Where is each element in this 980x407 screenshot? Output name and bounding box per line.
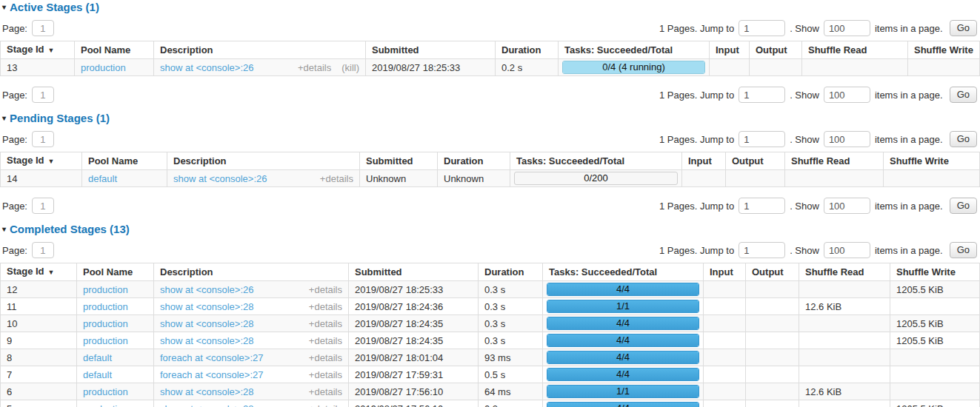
- items-per-page-input[interactable]: [824, 131, 870, 147]
- col-header-label: Submitted: [372, 44, 419, 56]
- col-header-shuffle-read[interactable]: Shuffle Read: [785, 152, 884, 170]
- pool-name-link[interactable]: production: [83, 284, 128, 295]
- col-header-stage-id[interactable]: Stage Id▼: [1, 41, 75, 59]
- shuffle-write-cell: [890, 383, 980, 400]
- col-header-stage-id[interactable]: Stage Id▼: [1, 263, 77, 281]
- go-button[interactable]: Go: [950, 242, 977, 258]
- jump-to-page-input[interactable]: [739, 198, 785, 214]
- table-header-row: Stage Id▼Pool NameDescriptionSubmittedDu…: [1, 41, 980, 59]
- col-header-label: Description: [160, 44, 213, 56]
- col-header-pool-name[interactable]: Pool Name: [77, 263, 154, 281]
- pool-name-link[interactable]: production: [83, 335, 128, 346]
- col-header-label: Duration: [484, 266, 524, 278]
- col-header-tasks-succeeded-total[interactable]: Tasks: Succeeded/Total: [559, 41, 710, 59]
- items-per-page-input[interactable]: [824, 87, 870, 103]
- tasks-cell: 4/4: [543, 315, 704, 332]
- items-per-page-input[interactable]: [824, 198, 870, 214]
- stage-description-link[interactable]: foreach at <console>:27: [160, 352, 264, 363]
- col-header-label: Tasks: Succeeded/Total: [564, 44, 673, 56]
- col-header-input[interactable]: Input: [682, 152, 726, 170]
- col-header-shuffle-read[interactable]: Shuffle Read: [799, 263, 890, 281]
- page-number-input[interactable]: [32, 198, 54, 214]
- output-cell: [726, 170, 785, 187]
- pool-name-link[interactable]: production: [83, 386, 128, 397]
- details-toggle[interactable]: +details: [309, 386, 342, 397]
- pool-name-link[interactable]: production: [83, 403, 128, 407]
- shuffle-write-cell: [890, 366, 980, 383]
- details-toggle[interactable]: +details: [309, 352, 342, 363]
- stage-description-link[interactable]: show at <console>:28: [160, 318, 253, 329]
- col-header-label: Input: [710, 266, 733, 278]
- stage-description-link[interactable]: show at <console>:26: [173, 173, 267, 184]
- jump-to-page-input[interactable]: [739, 131, 785, 147]
- col-header-shuffle-write[interactable]: Shuffle Write: [890, 263, 980, 281]
- details-toggle[interactable]: +details: [309, 335, 342, 346]
- col-header-pool-name[interactable]: Pool Name: [75, 41, 154, 59]
- stage-id-cell: 10: [1, 315, 77, 332]
- tasks-cell: 1/1: [543, 298, 704, 315]
- col-header-submitted[interactable]: Submitted: [360, 152, 438, 170]
- section-heading-completed-stages[interactable]: ▾ Completed Stages (13): [2, 223, 980, 235]
- col-header-description[interactable]: Description: [154, 263, 349, 281]
- jump-to-page-input[interactable]: [739, 87, 785, 103]
- col-header-output[interactable]: Output: [750, 41, 802, 59]
- col-header-description[interactable]: Description: [167, 152, 360, 170]
- col-header-description[interactable]: Description: [154, 41, 366, 59]
- output-cell: [746, 332, 799, 349]
- pool-name-link[interactable]: default: [88, 173, 117, 184]
- stage-description-link[interactable]: show at <console>:28: [160, 386, 253, 397]
- stage-description-link[interactable]: show at <console>:28: [160, 301, 253, 312]
- col-header-duration[interactable]: Duration: [479, 263, 543, 281]
- col-header-shuffle-write[interactable]: Shuffle Write: [908, 41, 980, 59]
- pool-name-link[interactable]: default: [83, 352, 112, 363]
- col-header-duration[interactable]: Duration: [438, 152, 510, 170]
- items-per-page-input[interactable]: [824, 20, 870, 36]
- jump-to-page-input[interactable]: [739, 20, 785, 36]
- section-heading-active-stages[interactable]: ▾ Active Stages (1): [2, 1, 980, 13]
- stage-description-link[interactable]: show at <console>:28: [160, 403, 253, 407]
- details-toggle[interactable]: +details: [320, 173, 353, 184]
- details-toggle[interactable]: +details: [309, 369, 342, 380]
- col-header-duration[interactable]: Duration: [496, 41, 559, 59]
- col-header-pool-name[interactable]: Pool Name: [82, 152, 167, 170]
- stage-description-link[interactable]: show at <console>:26: [160, 284, 253, 295]
- pool-name-link[interactable]: production: [83, 301, 128, 312]
- col-header-tasks-succeeded-total[interactable]: Tasks: Succeeded/Total: [510, 152, 682, 170]
- col-header-output[interactable]: Output: [726, 152, 785, 170]
- stage-description-link[interactable]: show at <console>:28: [160, 335, 253, 346]
- details-toggle[interactable]: +details: [309, 284, 342, 295]
- page-number-input[interactable]: [32, 131, 54, 147]
- details-toggle[interactable]: +details: [309, 318, 342, 329]
- pool-name-link[interactable]: production: [83, 318, 128, 329]
- col-header-submitted[interactable]: Submitted: [366, 41, 496, 59]
- page-number-input[interactable]: [32, 87, 54, 103]
- col-header-input[interactable]: Input: [710, 41, 750, 59]
- details-toggle[interactable]: +details: [298, 62, 331, 73]
- tasks-progress-bar: 1/1: [547, 385, 699, 398]
- col-header-input[interactable]: Input: [704, 263, 746, 281]
- stage-description-link[interactable]: foreach at <console>:27: [160, 369, 264, 380]
- pool-name-link[interactable]: production: [81, 62, 126, 73]
- stage-id-cell: 13: [1, 59, 75, 76]
- section-heading-pending-stages[interactable]: ▾ Pending Stages (1): [2, 112, 980, 124]
- col-header-output[interactable]: Output: [746, 263, 799, 281]
- page-number-input[interactable]: [32, 242, 54, 258]
- col-header-tasks-succeeded-total[interactable]: Tasks: Succeeded/Total: [543, 263, 704, 281]
- stage-description-link[interactable]: show at <console>:26: [160, 62, 253, 73]
- go-button[interactable]: Go: [950, 198, 977, 214]
- pool-name-link[interactable]: default: [83, 369, 112, 380]
- go-button[interactable]: Go: [950, 20, 977, 36]
- page-number-input[interactable]: [32, 20, 54, 36]
- col-header-shuffle-read[interactable]: Shuffle Read: [802, 41, 908, 59]
- col-header-submitted[interactable]: Submitted: [349, 263, 479, 281]
- pool-name-cell: production: [77, 298, 154, 315]
- go-button[interactable]: Go: [950, 87, 977, 103]
- jump-to-page-input[interactable]: [739, 242, 785, 258]
- details-toggle[interactable]: +details: [309, 403, 342, 407]
- col-header-shuffle-write[interactable]: Shuffle Write: [884, 152, 980, 170]
- col-header-stage-id[interactable]: Stage Id▼: [1, 152, 82, 170]
- details-toggle[interactable]: +details: [309, 301, 342, 312]
- go-button[interactable]: Go: [950, 131, 977, 147]
- kill-link[interactable]: (kill): [341, 62, 359, 73]
- items-per-page-input[interactable]: [824, 242, 870, 258]
